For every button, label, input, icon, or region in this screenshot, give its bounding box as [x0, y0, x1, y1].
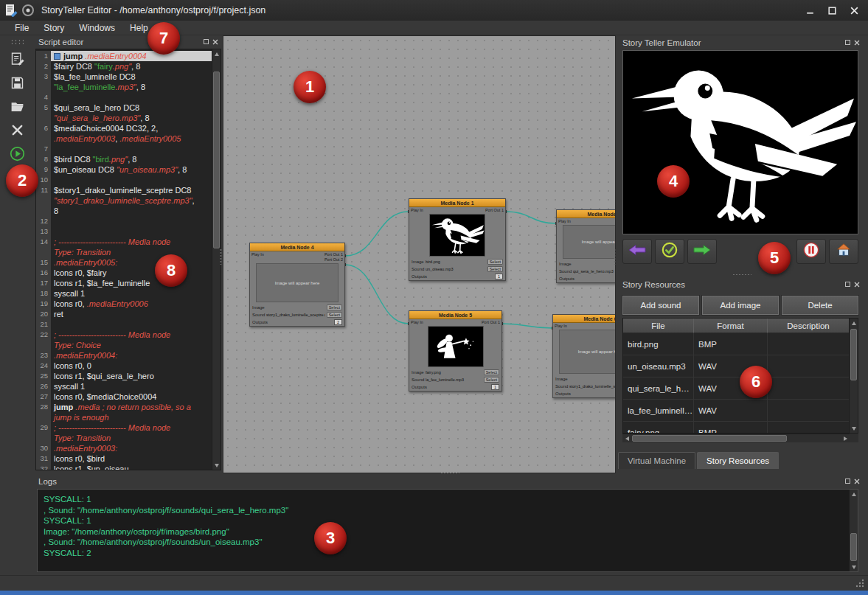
resources-table[interactable]: File Format Description bird.pngBMPun_oi…: [622, 318, 858, 434]
desktop-edge: [0, 591, 868, 595]
node-image-select-button[interactable]: Select: [327, 305, 342, 310]
node-title: Media Node 1: [409, 199, 505, 207]
splitter-handle[interactable]: [614, 248, 616, 265]
close-dock-icon[interactable]: [212, 39, 218, 45]
scroll-right-icon[interactable]: [841, 434, 850, 443]
logs-scrollbar[interactable]: [849, 490, 858, 571]
save-button[interactable]: [5, 74, 29, 94]
scroll-up-icon[interactable]: [850, 490, 858, 498]
node-connection-wire[interactable]: [506, 212, 556, 223]
menu-file[interactable]: File: [7, 21, 36, 35]
new-script-button[interactable]: [5, 50, 29, 71]
ok-button[interactable]: [655, 239, 684, 264]
node-sound-select-button[interactable]: Select: [487, 266, 503, 272]
node-connection-wire[interactable]: [345, 212, 409, 256]
resource-row[interactable]: un_oiseau.mp3WAV: [623, 355, 858, 377]
menu-windows[interactable]: Windows: [72, 21, 122, 35]
scroll-down-icon[interactable]: [850, 424, 858, 433]
node-input-port[interactable]: Play In: [251, 252, 264, 262]
open-folder-icon: [10, 99, 25, 117]
close-dock-icon[interactable]: [854, 282, 860, 288]
scrollbar-thumb[interactable]: [850, 533, 857, 561]
node-image-select-button[interactable]: Select: [484, 369, 499, 375]
scroll-up-icon[interactable]: [850, 319, 858, 327]
node-outputs-spinner[interactable]: 1: [491, 384, 499, 390]
menu-story[interactable]: Story: [36, 21, 72, 35]
close-story-button[interactable]: [5, 121, 29, 142]
close-dock-icon[interactable]: [854, 479, 860, 484]
node-connection-wire[interactable]: [502, 324, 552, 328]
splitter-handle[interactable]: [732, 274, 751, 276]
scroll-left-icon[interactable]: [622, 434, 631, 443]
title-bar[interactable]: StoryTeller Editor - /home/anthony/ostpr…: [0, 0, 868, 21]
open-button[interactable]: [5, 97, 29, 118]
splitter-handle[interactable]: [440, 472, 459, 474]
node-outputs-spinner[interactable]: 2: [334, 319, 342, 325]
close-dock-icon[interactable]: [854, 40, 860, 46]
media-node-1[interactable]: Media Node 1Play InPort Out 1Imagebird.p…: [409, 198, 506, 281]
resource-row[interactable]: fairy.pngBMP: [623, 422, 858, 434]
node-input-port[interactable]: Play In: [558, 219, 571, 223]
media-node-3[interactable]: Media Node 3Play InPort Out 1Image will …: [556, 209, 616, 283]
resources-hscrollbar[interactable]: [622, 434, 850, 442]
media-node-6[interactable]: Media Node 6Play InPort Out 1Image will …: [552, 314, 616, 398]
maximize-button[interactable]: [822, 2, 841, 18]
home-button[interactable]: [829, 239, 858, 264]
column-format[interactable]: Format: [694, 319, 768, 333]
float-dock-icon[interactable]: [845, 282, 850, 287]
maximize-icon: [827, 6, 837, 15]
menu-help[interactable]: Help: [122, 21, 156, 35]
scroll-up-icon[interactable]: [212, 49, 221, 58]
node-input-port[interactable]: Play In: [411, 208, 423, 212]
resource-description: [768, 400, 850, 421]
add-sound-button[interactable]: Add sound: [622, 296, 699, 315]
scrollbar-thumb[interactable]: [213, 72, 220, 248]
toolbar-drag-handle[interactable]: [10, 39, 24, 44]
media-node-4[interactable]: Media Node 4Play InPort Out 1Port Out 2I…: [249, 243, 345, 327]
float-dock-icon[interactable]: [845, 40, 850, 45]
resource-row[interactable]: bird.pngBMP: [623, 333, 858, 355]
node-input-port[interactable]: Play In: [555, 324, 567, 328]
scrollbar-thumb[interactable]: [850, 329, 857, 380]
scrollbar-thumb[interactable]: [632, 435, 787, 442]
pause-button[interactable]: [796, 239, 826, 264]
minimize-button[interactable]: [800, 2, 819, 18]
dock-tab-virtual-machine[interactable]: Virtual Machine: [618, 452, 695, 469]
node-connection-wire[interactable]: [345, 265, 409, 324]
dock-tab-story-resources[interactable]: Story Resources: [697, 452, 779, 469]
run-button[interactable]: [5, 145, 29, 165]
node-sound-select-button[interactable]: Select: [484, 377, 499, 383]
node-output-port[interactable]: Port Out 1: [324, 252, 343, 257]
float-dock-icon[interactable]: [845, 479, 850, 484]
float-dock-icon[interactable]: [204, 39, 209, 44]
logs-panel[interactable]: SYSCALL: 1, Sound: "/home/anthony/ostpro…: [37, 489, 858, 572]
resize-grip-icon[interactable]: [855, 578, 865, 588]
media-node-5[interactable]: Media Node 5Play InPort Out 1Imagefairy.…: [409, 310, 502, 392]
node-sound-value: un_oiseau.mp3: [426, 267, 486, 271]
splitter-handle[interactable]: [220, 248, 222, 265]
resources-table-scrollbar[interactable]: [849, 319, 858, 433]
previous-button[interactable]: [622, 239, 652, 264]
column-description[interactable]: Description: [768, 319, 850, 333]
delete-button[interactable]: Delete: [782, 296, 858, 315]
script-line: 29; ------------------------- Media node: [36, 422, 212, 433]
home-icon: [835, 242, 853, 261]
add-image-button[interactable]: Add image: [702, 296, 779, 315]
next-button[interactable]: [687, 239, 717, 264]
node-input-port[interactable]: Play In: [411, 320, 423, 324]
script-editor[interactable]: 1jump .mediaEntry00042$fairy DC8 "fairy.…: [35, 49, 221, 470]
node-output-port[interactable]: Port Out 2: [324, 257, 343, 262]
node-graph-canvas[interactable]: Media Node 4Play InPort Out 1Port Out 2I…: [223, 35, 616, 473]
scroll-down-icon[interactable]: [850, 563, 858, 571]
close-button[interactable]: [844, 2, 864, 18]
resource-row[interactable]: la_fee_luminelle.mp3WAV: [623, 400, 858, 422]
column-file[interactable]: File: [623, 319, 694, 333]
node-outputs-spinner[interactable]: 1: [495, 274, 503, 279]
node-sound-select-button[interactable]: Select: [327, 312, 342, 318]
scroll-down-icon[interactable]: [212, 461, 221, 470]
node-output-port[interactable]: Port Out 1: [485, 208, 504, 212]
resources-title: Story Resources: [622, 280, 685, 289]
resource-row[interactable]: qui_sera_le_hero.mp3WAV: [623, 377, 858, 400]
node-image-select-button[interactable]: Select: [487, 259, 503, 265]
node-output-port[interactable]: Port Out 1: [482, 320, 500, 324]
